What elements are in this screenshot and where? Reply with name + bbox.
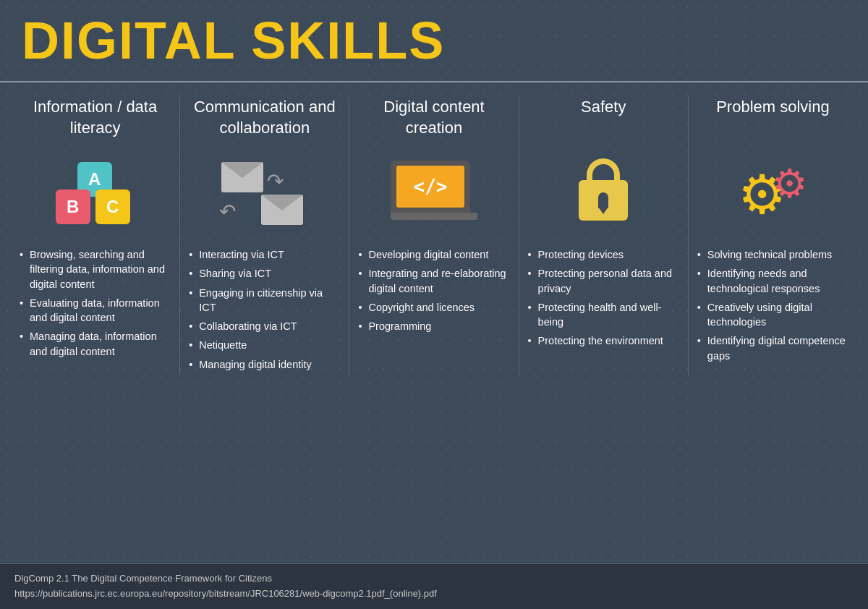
block-c: C [95,189,130,224]
list-item: Solving technical problems [697,247,848,262]
column-problem-solving: Problem solving ⚙ ⚙ Solving technical pr… [689,97,857,376]
laptop-code-icon: </> [391,161,477,229]
page-title: DIGITAL SKILLS [22,14,846,67]
icon-area-comm: ↷ ↶ [189,155,340,234]
column-info-literacy: Information / data literacy A B C Browsi… [11,97,180,376]
column-communication: Communication and collaboration ↷ ↶ [180,97,349,376]
column-safety: Safety Protecting devices Protecting per… [519,97,689,376]
arrow-right-icon: ↷ [267,169,284,193]
list-item: Integrating and re-elaborating digital c… [358,266,509,296]
abc-blocks-icon: A B C [56,162,135,227]
laptop-screen: </> [391,161,470,213]
list-item: Netiquette [189,338,340,352]
info-list: Browsing, searching and filtering data, … [20,247,171,359]
icon-area-digital: </> [358,155,509,234]
main-content: Information / data literacy A B C Browsi… [0,82,868,383]
laptop-screen-inner: </> [396,166,464,208]
list-item: Managing digital identity [189,357,340,372]
list-item: Browsing, searching and filtering data, … [20,247,171,291]
gears-icon: ⚙ ⚙ [738,168,807,222]
safety-list: Protecting devices Protecting personal d… [528,247,679,349]
footer-text: DigComp 2.1 The Digital Competence Frame… [14,571,854,602]
email-arrows-icon: ↷ ↶ [218,162,312,227]
laptop-base [391,213,477,220]
footer-line1: DigComp 2.1 The Digital Competence Frame… [14,573,272,584]
icon-area-problem: ⚙ ⚙ [697,155,848,234]
arrow-left-icon: ↶ [219,200,236,223]
icon-area-safety [528,155,679,234]
digital-list: Developing digital content Integrating a… [358,247,509,333]
list-item: Protecting personal data and privacy [528,266,679,296]
col-title-digital: Digital content creation [358,97,509,140]
envelope-bottom-icon [261,195,303,225]
col-title-info: Information / data literacy [20,97,171,140]
list-item: Protecting devices [528,247,679,262]
list-item: Evaluating data, information and digital… [20,296,171,325]
list-item: Creatively using digital technologies [697,300,848,330]
list-item: Protecting health and well-being [528,300,679,330]
column-digital-content: Digital content creation </> Developing … [349,97,519,376]
col-title-safety: Safety [528,97,679,140]
list-item: Identifying digital competence gaps [697,333,848,363]
list-item: Copyright and licences [358,300,509,315]
list-item: Interacting via ICT [189,247,340,262]
padlock-icon [574,158,632,231]
lock-body [579,180,628,221]
col-title-problem: Problem solving [697,97,848,140]
icon-area-info: A B C [20,155,171,234]
problem-list: Solving technical problems Identifying n… [697,247,848,363]
gear-red-icon: ⚙ [772,164,807,204]
list-item: Programming [358,319,509,333]
footer: DigComp 2.1 The Digital Competence Frame… [0,563,868,609]
list-item: Collaborating via ICT [189,319,340,333]
envelope-top-icon [221,162,263,192]
comm-list: Interacting via ICT Sharing via ICT Enga… [189,247,340,372]
lock-shackle [587,158,620,182]
list-item: Developing digital content [358,247,509,262]
block-b: B [56,189,90,224]
lock-keyhole [598,192,608,208]
list-item: Managing data, information and digital c… [20,329,171,359]
col-title-comm: Communication and collaboration [189,97,340,140]
list-item: Identifying needs and technological resp… [697,266,848,296]
list-item: Engaging in citizenship via ICT [189,286,340,315]
footer-line2: https://publications.jrc.ec.europa.eu/re… [14,588,437,599]
list-item: Protecting the environment [528,333,679,348]
list-item: Sharing via ICT [189,266,340,281]
header: DIGITAL SKILLS [0,0,868,82]
